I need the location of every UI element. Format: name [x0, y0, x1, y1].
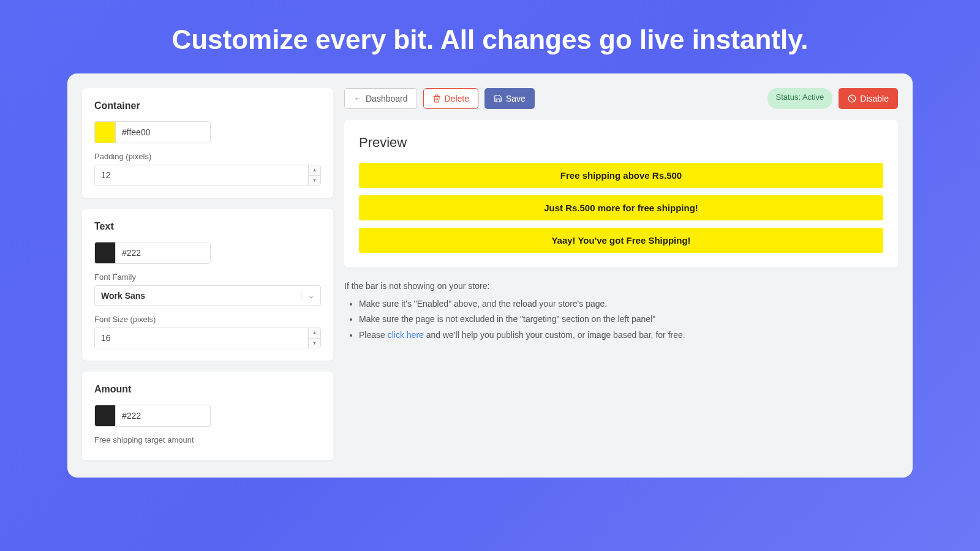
padding-input-wrap: ▲ ▼ [94, 165, 321, 186]
amount-color-input[interactable] [115, 405, 211, 427]
settings-panel: Container Padding (pixels) ▲ ▼ Text Font [82, 88, 333, 463]
hero-title: Customize every bit. All changes go live… [37, 24, 943, 55]
disable-label: Disable [860, 94, 889, 103]
save-label: Save [506, 94, 526, 103]
container-color-swatch[interactable] [94, 121, 115, 143]
preview-panel: ← Dashboard Delete Save Status: Active [344, 88, 898, 463]
step-up-icon[interactable]: ▲ [309, 165, 320, 176]
step-down-icon[interactable]: ▼ [309, 176, 320, 186]
help-item: Please click here and we'll help you pub… [359, 328, 898, 343]
text-color-row [94, 242, 321, 264]
text-title: Text [94, 221, 321, 232]
toolbar-spacer [541, 88, 761, 109]
font-family-label: Font Family [94, 272, 321, 282]
text-card: Text Font Family Work Sans ⌄ Font Size (… [82, 209, 333, 361]
preview-bar: Yaay! You've got Free Shipping! [359, 228, 883, 253]
chevron-down-icon: ⌄ [301, 291, 314, 300]
svg-line-1 [850, 96, 854, 101]
font-size-steppers: ▲ ▼ [308, 328, 320, 348]
arrow-left-icon: ← [353, 94, 362, 103]
container-color-row [94, 121, 321, 143]
preview-card: Preview Free shipping above Rs.500 Just … [344, 120, 898, 268]
delete-label: Delete [445, 94, 469, 103]
padding-input[interactable] [95, 165, 308, 185]
font-size-input[interactable] [95, 328, 308, 348]
save-icon [494, 94, 502, 103]
delete-button[interactable]: Delete [423, 88, 478, 109]
step-down-icon[interactable]: ▼ [309, 339, 320, 348]
trash-icon [432, 94, 441, 103]
help-item: Make sure it's "Enabled" above, and the … [359, 296, 898, 312]
preview-title: Preview [359, 135, 883, 151]
help-text: If the bar is not showing on your store:… [344, 279, 898, 343]
amount-color-row [94, 405, 321, 427]
font-family-select[interactable]: Work Sans ⌄ [94, 285, 321, 306]
help-item: Make sure the page is not excluded in th… [359, 312, 898, 327]
help-after-link: and we'll help you publish your custom, … [424, 330, 685, 340]
font-size-input-wrap: ▲ ▼ [94, 328, 321, 348]
help-link[interactable]: click here [388, 330, 424, 340]
padding-label: Padding (pixels) [94, 152, 321, 161]
toolbar: ← Dashboard Delete Save Status: Active [344, 88, 898, 109]
amount-title: Amount [94, 384, 321, 395]
status-badge: Status: Active [767, 88, 833, 109]
preview-bar: Free shipping above Rs.500 [359, 163, 883, 188]
app-window: Container Padding (pixels) ▲ ▼ Text Font [67, 73, 913, 478]
font-size-label: Font Size (pixels) [94, 315, 321, 324]
text-color-input[interactable] [115, 242, 211, 264]
target-amount-label: Free shipping target amount [94, 435, 321, 444]
step-up-icon[interactable]: ▲ [309, 328, 320, 339]
container-title: Container [94, 100, 321, 111]
disable-button[interactable]: Disable [839, 88, 898, 109]
font-family-value: Work Sans [101, 291, 145, 301]
preview-bar: Just Rs.500 more for free shipping! [359, 195, 883, 220]
container-card: Container Padding (pixels) ▲ ▼ [82, 88, 333, 198]
amount-card: Amount Free shipping target amount [82, 372, 333, 460]
save-button[interactable]: Save [484, 88, 535, 109]
dashboard-label: Dashboard [366, 94, 408, 103]
container-color-input[interactable] [115, 121, 211, 143]
dashboard-button[interactable]: ← Dashboard [344, 88, 417, 109]
ban-icon [848, 94, 856, 103]
text-color-swatch[interactable] [94, 242, 115, 264]
padding-steppers: ▲ ▼ [308, 165, 320, 185]
help-list: Make sure it's "Enabled" above, and the … [344, 296, 898, 343]
help-intro: If the bar is not showing on your store: [344, 279, 898, 294]
help-please: Please [359, 330, 388, 340]
amount-color-swatch[interactable] [94, 405, 115, 427]
